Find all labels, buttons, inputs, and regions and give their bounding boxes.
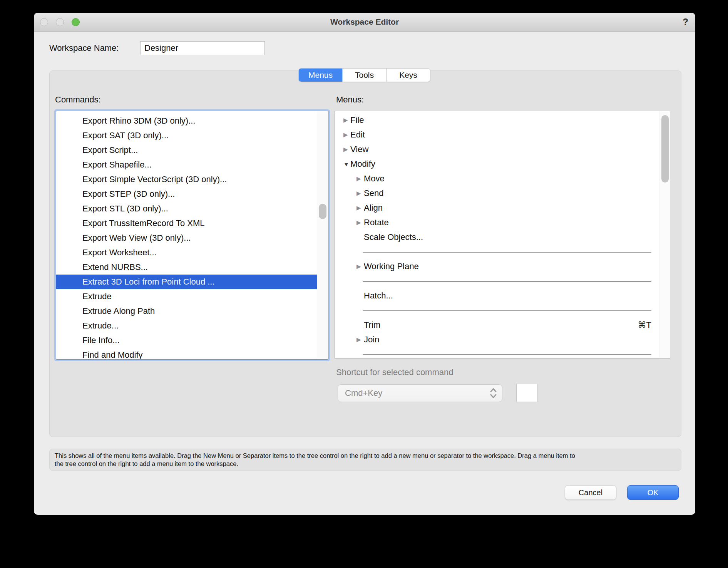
disclosure-expanded-icon[interactable]: ▼ — [343, 161, 349, 168]
menu-tree-item[interactable]: ▶Send — [335, 186, 670, 201]
menu-tree-item[interactable]: ▶File — [335, 113, 670, 127]
workspace-name-input[interactable] — [140, 41, 265, 55]
dropdown-chevrons-icon — [489, 387, 497, 399]
command-row[interactable]: Export TrussItemRecord To XML — [56, 216, 317, 231]
commands-list: Export Rhino 3DM (3D only)...Export SAT … — [56, 111, 328, 359]
command-row[interactable]: Export STEP (3D only)... — [56, 187, 317, 201]
menu-tree-item[interactable]: ▶View — [335, 142, 670, 157]
shortcut-modifier-dropdown[interactable]: Cmd+Key — [338, 384, 502, 402]
disclosure-collapsed-icon[interactable]: ▶ — [343, 131, 348, 138]
commands-listbox: Export Rhino 3DM (3D only)...Export SAT … — [56, 111, 328, 360]
disclosure-collapsed-icon[interactable]: ▶ — [356, 219, 361, 226]
commands-label: Commands: — [55, 95, 101, 105]
command-row[interactable]: Export Script... — [56, 143, 317, 157]
window-title: Workspace Editor — [34, 13, 695, 31]
workspace-editor-dialog: Workspace Editor ? Workspace Name: Menus… — [34, 13, 695, 515]
disclosure-collapsed-icon[interactable]: ▶ — [356, 263, 361, 270]
description-line: the tree control on the right to add a m… — [55, 460, 676, 468]
menus-scrollbar-thumb[interactable] — [661, 115, 669, 183]
disclosure-collapsed-icon[interactable]: ▶ — [343, 146, 348, 153]
commands-scrollbar-thumb[interactable] — [319, 204, 326, 219]
menu-item-label: Trim — [364, 320, 380, 330]
menu-item-label: Scale Objects... — [364, 232, 423, 242]
menu-item-label: Join — [364, 335, 379, 345]
menu-separator[interactable] — [335, 245, 670, 259]
menu-separator[interactable] — [335, 274, 670, 288]
editor-panel: Commands: Menus: Export Rhino 3DM (3D on… — [49, 70, 681, 437]
separator-line — [363, 252, 651, 253]
command-row[interactable]: Extend NURBS... — [56, 260, 317, 275]
description-box: This shows all of the menu items availab… — [49, 449, 681, 471]
menu-tree-item[interactable]: Trim⌘T — [335, 318, 670, 332]
menu-separator[interactable] — [335, 303, 670, 318]
zoom-window-icon[interactable] — [72, 18, 80, 26]
command-row[interactable]: Export SAT (3D only)... — [56, 128, 317, 143]
command-row[interactable]: Export Rhino 3DM (3D only)... — [56, 114, 317, 128]
menu-tree-item[interactable]: Scale Objects... — [335, 230, 670, 245]
separator-line — [363, 354, 651, 355]
command-row[interactable]: Export Web View (3D only)... — [56, 231, 317, 245]
menus-scrollbar-track[interactable] — [659, 111, 670, 358]
disclosure-collapsed-icon[interactable]: ▶ — [356, 190, 361, 197]
menu-item-label: Rotate — [364, 218, 389, 228]
help-button[interactable]: ? — [683, 13, 688, 31]
cancel-button[interactable]: Cancel — [565, 485, 616, 500]
window-controls — [40, 13, 80, 31]
disclosure-collapsed-icon[interactable]: ▶ — [343, 117, 348, 124]
menu-item-label: Align — [364, 203, 383, 213]
command-row[interactable]: Find and Modify — [56, 348, 317, 360]
menu-tree-item[interactable]: ▼Modify — [335, 157, 670, 171]
ok-button[interactable]: OK — [627, 485, 679, 500]
close-window-icon[interactable] — [40, 18, 48, 26]
disclosure-collapsed-icon[interactable]: ▶ — [356, 204, 361, 211]
minimize-window-icon[interactable] — [56, 18, 64, 26]
menu-item-label: Edit — [350, 130, 365, 140]
menu-item-label: Send — [364, 188, 383, 198]
menu-tree-item[interactable]: ▶Rotate — [335, 215, 670, 230]
disclosure-collapsed-icon[interactable]: ▶ — [356, 336, 361, 343]
workspace-name-label: Workspace Name: — [49, 41, 119, 55]
command-row[interactable]: Export Worksheet... — [56, 245, 317, 260]
menu-item-label: View — [350, 144, 368, 154]
menu-tree-item[interactable]: Hatch... — [335, 288, 670, 303]
menu-item-shortcut: ⌘T — [638, 320, 651, 330]
command-row[interactable]: File Info... — [56, 333, 317, 348]
tab-bar: MenusToolsKeys — [298, 68, 430, 82]
description-line: This shows all of the menu items availab… — [55, 452, 676, 460]
tab-menus[interactable]: Menus — [299, 69, 343, 82]
command-row[interactable]: Extrude — [56, 289, 317, 304]
command-row-selected[interactable]: Extract 3D Loci from Point Cloud ... — [56, 275, 317, 289]
menus-label: Menus: — [336, 95, 364, 105]
menu-tree-item[interactable]: ▶Align — [335, 201, 670, 215]
disclosure-collapsed-icon[interactable]: ▶ — [356, 175, 361, 182]
tab-tools[interactable]: Tools — [343, 69, 387, 82]
menu-item-label: Modify — [350, 159, 375, 169]
command-row[interactable]: Export Shapefile... — [56, 157, 317, 172]
menus-treebox: ▶File▶Edit▶View▼Modify▶Move▶Send▶Align▶R… — [335, 111, 670, 359]
commands-scrollbar-track[interactable] — [317, 111, 328, 359]
menu-item-label: Working Plane — [364, 261, 419, 271]
menus-tree-list: ▶File▶Edit▶View▼Modify▶Move▶Send▶Align▶R… — [335, 111, 670, 358]
menu-item-label: File — [350, 115, 364, 125]
command-row[interactable]: Export Simple VectorScript (3D only)... — [56, 172, 317, 187]
menu-tree-item[interactable]: ▶Working Plane — [335, 259, 670, 274]
menu-tree-item[interactable]: ▶Join — [335, 332, 670, 347]
separator-line — [363, 310, 651, 311]
menu-tree-item[interactable]: ▶Edit — [335, 127, 670, 142]
shortcut-key-input[interactable] — [516, 384, 538, 402]
menu-item-label: Hatch... — [364, 291, 393, 301]
command-row[interactable]: Extrude Along Path — [56, 304, 317, 318]
menu-separator[interactable] — [335, 347, 670, 359]
command-row[interactable]: Export STL (3D only)... — [56, 201, 317, 216]
menu-item-label: Move — [364, 174, 385, 184]
titlebar: Workspace Editor ? — [34, 13, 695, 32]
shortcut-label: Shortcut for selected command — [336, 367, 453, 377]
menu-tree-item[interactable]: ▶Move — [335, 171, 670, 186]
command-row[interactable]: Extrude... — [56, 318, 317, 333]
shortcut-dropdown-value: Cmd+Key — [345, 388, 382, 398]
separator-line — [363, 281, 651, 282]
tab-keys[interactable]: Keys — [387, 69, 430, 82]
